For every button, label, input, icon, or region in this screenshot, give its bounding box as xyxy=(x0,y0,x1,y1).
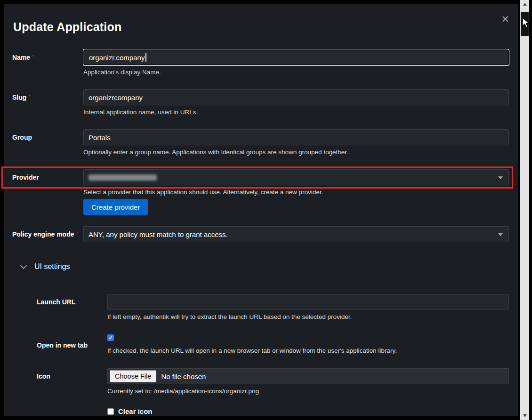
name-label: Name* xyxy=(12,54,83,62)
text-caret xyxy=(145,53,146,62)
update-application-modal: Update Application ✕ Name* Application's… xyxy=(4,4,518,416)
policy-engine-mode-label-text: Policy engine mode xyxy=(12,230,74,238)
launch-url-label: Launch URL xyxy=(37,298,107,306)
open-in-new-tab-checkbox[interactable]: ✓ xyxy=(107,334,114,341)
slug-label: Slug* xyxy=(12,94,83,102)
slug-input[interactable] xyxy=(83,89,509,105)
policy-engine-mode-label: Policy engine mode* xyxy=(12,230,83,238)
provider-help: Select a provider that this application … xyxy=(83,189,509,196)
group-label: Group xyxy=(12,134,83,142)
ui-settings-heading: UI settings xyxy=(34,262,70,271)
name-field-row: Name* Application's display Name. xyxy=(12,49,509,76)
page-title: Update Application xyxy=(13,20,121,34)
launch-url-row: Launch URL If left empty, authentik will… xyxy=(37,294,509,321)
close-icon[interactable]: ✕ xyxy=(501,14,509,24)
required-marker: * xyxy=(28,94,30,99)
required-marker: * xyxy=(32,54,34,59)
choose-file-button[interactable]: Choose File xyxy=(110,370,156,382)
slug-field-row: Slug* Internal application name, used in… xyxy=(12,89,509,116)
arrow-down-icon xyxy=(523,414,527,417)
caret-down-icon xyxy=(498,176,503,179)
icon-label-text: Icon xyxy=(37,372,50,380)
clear-icon-row: Clear icon xyxy=(37,407,509,415)
group-help: Optionally enter a group name. Applicati… xyxy=(83,149,509,156)
scrollbar[interactable] xyxy=(520,0,529,420)
open-in-new-tab-label: Open in new tab xyxy=(37,341,107,349)
provider-label: Provider xyxy=(12,174,83,182)
check-icon: ✓ xyxy=(108,335,113,341)
chevron-down-icon xyxy=(20,262,27,269)
ui-settings-expander[interactable]: UI settings xyxy=(21,262,70,271)
icon-field-row: Icon Choose File No file chosen Currentl… xyxy=(37,368,509,395)
open-in-new-tab-label-text: Open in new tab xyxy=(37,341,88,349)
icon-file-input[interactable]: Choose File No file chosen xyxy=(107,368,509,384)
create-provider-button[interactable]: Create provider xyxy=(83,199,148,215)
name-input[interactable] xyxy=(83,49,509,65)
arrow-up-icon xyxy=(523,3,527,6)
policy-engine-mode-row: Policy engine mode* ANY, any policy must… xyxy=(12,226,509,242)
policy-engine-mode-select[interactable]: ANY, any policy must match to grant acce… xyxy=(83,226,509,242)
open-in-new-tab-help: If checked, the launch URL will open in … xyxy=(107,347,509,355)
slug-help: Internal application name, used in URLs. xyxy=(83,109,509,116)
clear-icon-label: Clear icon xyxy=(118,407,153,415)
launch-url-label-text: Launch URL xyxy=(37,298,75,306)
provider-select[interactable] xyxy=(83,169,509,185)
group-label-text: Group xyxy=(12,134,32,141)
provider-redacted-value xyxy=(89,174,157,181)
icon-label: Icon xyxy=(37,372,107,380)
launch-url-help: If left empty, authentik will try to ext… xyxy=(107,313,509,321)
file-status-text: No file chosen xyxy=(161,372,206,380)
launch-url-input[interactable] xyxy=(107,294,509,310)
scrollbar-thumb[interactable] xyxy=(521,12,529,36)
provider-label-text: Provider xyxy=(12,174,39,181)
group-field-row: Group Optionally enter a group name. App… xyxy=(12,129,509,156)
scrollbar-down-arrow[interactable] xyxy=(520,412,529,420)
caret-down-icon xyxy=(498,233,503,236)
screen: Update Application ✕ Name* Application's… xyxy=(0,0,532,420)
slug-label-text: Slug xyxy=(12,94,26,101)
clear-icon-checkbox[interactable] xyxy=(107,408,114,415)
open-in-new-tab-row: Open in new tab ✓ If checked, the launch… xyxy=(37,334,509,355)
scrollbar-up-arrow[interactable] xyxy=(520,0,529,8)
provider-field-row: Provider Select a provider that this app… xyxy=(12,169,509,215)
icon-help: Currently set to: /media/application-ico… xyxy=(107,388,509,395)
name-label-text: Name xyxy=(12,54,30,61)
name-help: Application's display Name. xyxy=(83,69,509,76)
group-input[interactable] xyxy=(83,129,509,145)
policy-engine-mode-value: ANY, any policy must match to grant acce… xyxy=(89,230,228,238)
required-marker: * xyxy=(76,230,78,236)
